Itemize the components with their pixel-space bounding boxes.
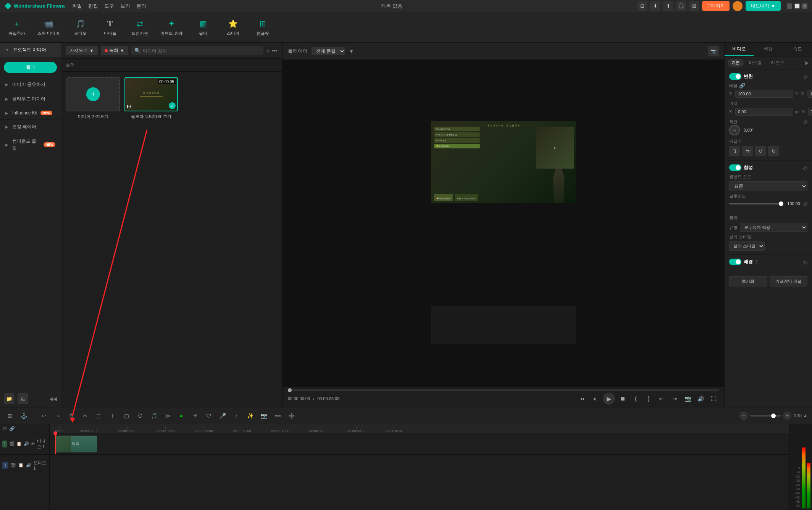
scale-y-input[interactable] — [807, 90, 812, 98]
rotate-left-btn[interactable]: ↺ — [755, 146, 766, 156]
pos-x-input[interactable] — [735, 108, 793, 116]
stop-icon[interactable]: ⏹ — [617, 393, 628, 404]
track1-filmstrip-icon[interactable]: 🎬 — [9, 441, 15, 447]
init-button[interactable]: 초기화 — [729, 276, 767, 286]
grid-icon[interactable]: ⊞ — [689, 1, 699, 11]
pos-y-input[interactable] — [808, 108, 812, 116]
sidebar-add-folder-icon[interactable]: 📁 — [4, 393, 15, 404]
tool-template[interactable]: ⊞ 템플릿 — [253, 18, 272, 36]
track1-vis-number[interactable]: 1 — [2, 441, 7, 447]
flip-vertical-btn[interactable]: ⇅ — [729, 146, 740, 156]
out-point-icon[interactable]: } — [643, 393, 654, 404]
menu-file[interactable]: 파일 — [72, 3, 82, 10]
play-button[interactable]: ▶ — [603, 393, 615, 405]
add-track-icon[interactable]: ⊞ — [3, 426, 7, 431]
tl-zoom-in-btn[interactable]: ＋ — [783, 412, 791, 420]
bg-help-icon[interactable]: ? — [755, 259, 758, 265]
tool-transitions[interactable]: ⇄ 트랜지션 — [131, 18, 149, 36]
tl-motion-icon[interactable]: ≫ — [162, 410, 173, 421]
tl-cut-icon[interactable]: ✂ — [80, 410, 90, 421]
subtab-masking[interactable]: 마스킹 — [745, 59, 765, 67]
tab-color[interactable]: 색상 — [754, 43, 783, 56]
record-dropdown[interactable]: 녹화 ▼ — [101, 46, 128, 55]
track1-eye-icon[interactable]: 👁 — [31, 441, 35, 447]
menu-help[interactable]: 문의 — [136, 3, 146, 10]
tl-zoom-slider[interactable] — [750, 415, 781, 417]
purchase-button[interactable]: 구매하기 — [702, 1, 730, 11]
tl-ai-icon[interactable]: ✨ — [245, 410, 255, 421]
in-point-icon[interactable]: { — [630, 393, 641, 404]
tl-mic-icon[interactable]: 🎤 — [217, 410, 228, 421]
tl-sun-icon[interactable]: ☀ — [190, 410, 200, 421]
tl-redo-icon[interactable]: ↪ — [52, 410, 63, 421]
tl-magnet-icon[interactable]: ⚓ — [18, 410, 29, 421]
link-icon[interactable]: 🔗 — [739, 83, 745, 88]
tl-layout-icon[interactable]: ⊞ — [5, 410, 15, 421]
subtab-ai-tools[interactable]: AI 도구 — [767, 59, 788, 67]
track2-clip-icon[interactable]: 📋 — [18, 462, 24, 469]
keyframe-panel-button[interactable]: 키프레임 패널 — [770, 276, 808, 286]
tl-border-icon[interactable]: ▢ — [121, 410, 132, 421]
sidebar-new-folder-icon[interactable]: 🗂 — [18, 393, 28, 404]
track1-audio-icon[interactable]: 🔊 — [24, 441, 29, 447]
tl-camera-icon[interactable]: 📷 — [258, 410, 269, 421]
tl-audio-icon[interactable]: 🎵 — [149, 410, 159, 421]
transform-toggle[interactable] — [729, 73, 741, 80]
tool-audio[interactable]: 🎵 오디오 — [71, 18, 89, 36]
blur-type-select[interactable]: 모두에게 적용 — [740, 223, 807, 232]
composite-keyframe-icon[interactable]: ◇ — [803, 165, 807, 171]
tl-text-icon[interactable]: T — [107, 410, 118, 421]
media-search-input[interactable] — [143, 48, 260, 53]
scrub-track[interactable] — [288, 389, 719, 391]
export-button[interactable]: 내보내기 ▼ — [746, 1, 781, 11]
composite-toggle[interactable] — [729, 164, 741, 171]
win-minimize[interactable]: ─ — [787, 3, 792, 9]
tl-undo-icon[interactable]: ↩ — [39, 410, 49, 421]
tool-filter[interactable]: ▦ 필터 — [194, 18, 212, 36]
prev-frame-icon[interactable]: ⏮ — [577, 393, 588, 404]
filter-icon[interactable]: ≡ — [266, 48, 270, 54]
rotate-right-btn[interactable]: ↻ — [768, 146, 779, 156]
media-item-import[interactable]: + 미디어 가져오기 — [66, 77, 120, 402]
sidebar-item-project-media[interactable]: ▼ 프로젝트 미디어 — [0, 43, 61, 57]
opacity-slider[interactable] — [729, 203, 783, 204]
minimize-window-icon[interactable]: ⊟ — [637, 1, 647, 11]
tl-green-dot[interactable]: ● — [176, 410, 187, 421]
tool-titles[interactable]: T 타이틀 — [101, 18, 119, 36]
tl-plus-icon[interactable]: ➕ — [286, 410, 297, 421]
blur-style-select[interactable]: 블러 스타일 — [729, 241, 765, 251]
play-slow-icon[interactable]: ⏯ — [590, 393, 601, 404]
media-item-video1[interactable]: 더 스마트하게 00:00:05 ✓ 🎞 필모라 워터마크 추가 — [124, 77, 178, 402]
video1-thumb[interactable]: 더 스마트하게 00:00:05 ✓ 🎞 — [124, 77, 178, 111]
tool-effects[interactable]: ✦ 이펙트 효과 — [160, 18, 182, 36]
preview-screenshot-icon[interactable]: 📷 — [708, 46, 719, 56]
snap-icon[interactable]: 📷 — [682, 393, 693, 404]
sidebar-item-influence-kit[interactable]: ▶ Influence Kit NEW — [0, 106, 61, 120]
tool-stock-media[interactable]: 📹 스톡 미디어 — [37, 18, 60, 36]
tl-minus-icon[interactable]: ➖ — [272, 410, 283, 421]
video-clip[interactable]: 워터... — [55, 436, 97, 452]
to-out-icon[interactable]: ⇥ — [669, 393, 680, 404]
subtab-basic[interactable]: 기본 — [728, 59, 744, 67]
fullscreen-icon[interactable]: ⛶ — [708, 393, 719, 404]
flip-horizontal-btn[interactable]: ⇆ — [742, 146, 753, 156]
link-tracks-icon[interactable]: 🔗 — [9, 426, 15, 431]
track1-clip-icon[interactable]: 📋 — [16, 441, 22, 447]
tab-speed[interactable]: 속도 — [783, 43, 812, 56]
win-maximize[interactable]: ⬜ — [794, 3, 800, 9]
download-icon[interactable]: ⬇ — [650, 1, 660, 11]
menu-view[interactable]: 보기 — [120, 3, 130, 10]
bg-keyframe-icon[interactable]: ◇ — [803, 259, 807, 265]
win-close[interactable]: ✕ — [802, 3, 807, 9]
menu-edit[interactable]: 편집 — [88, 3, 98, 10]
transform-keyframe-icon[interactable]: ◇ — [803, 74, 807, 80]
meter-label[interactable]: 미터 ▲ — [794, 413, 807, 418]
rotation-dial[interactable] — [729, 125, 740, 135]
tl-zoom-out-btn[interactable]: － — [739, 412, 748, 420]
menu-tools[interactable]: 도구 — [104, 3, 114, 10]
sidebar-collapse-button[interactable]: ◀◀ — [49, 396, 57, 402]
tool-sticker[interactable]: ⭐ 스티커 — [224, 18, 242, 36]
audio-icon[interactable]: 🔊 — [695, 393, 706, 404]
playhead[interactable] — [55, 433, 56, 454]
more-options-icon[interactable]: ••• — [272, 48, 278, 54]
